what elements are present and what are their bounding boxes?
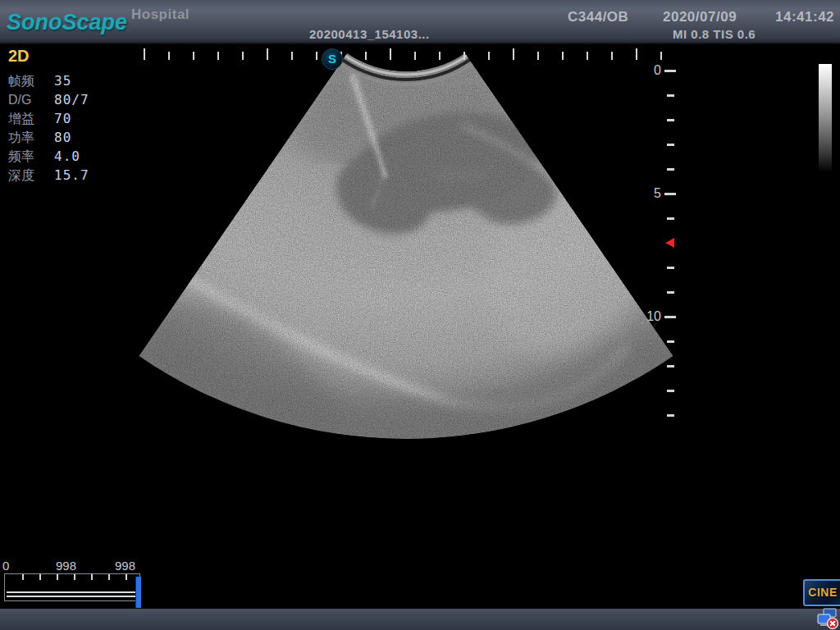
cine-position-cursor[interactable] — [135, 577, 141, 608]
hospital-name: Hospital — [131, 7, 189, 23]
system-time: 14:41:42 — [775, 9, 834, 25]
ruler-tick — [365, 52, 367, 60]
ruler-tick — [488, 52, 490, 60]
status-bar — [0, 609, 840, 630]
ruler-tick — [667, 414, 674, 417]
title-bar: SonoScape Hospital C344/OB 2020/07/09 14… — [0, 0, 840, 44]
ruler-tick — [513, 48, 514, 60]
ruler-tick — [22, 574, 24, 580]
ultrasound-screen: SonoScape Hospital C344/OB 2020/07/09 14… — [0, 0, 840, 630]
ruler-tick — [664, 193, 676, 195]
ruler-tick — [667, 217, 674, 220]
brand-logo: SonoScape — [7, 10, 127, 35]
exam-id: 20200413_154103... — [309, 27, 430, 41]
param-label: 帧频 — [8, 71, 54, 90]
ruler-tick — [667, 168, 674, 171]
ruler-tick — [57, 574, 58, 580]
param-label: 增益 — [8, 109, 54, 128]
param-value: 70 — [54, 109, 71, 128]
ruler-tick — [91, 574, 93, 580]
param-row-gain: 增益 70 — [8, 109, 131, 128]
ruler-tick — [168, 52, 170, 60]
param-row-frequency: 频率 4.0 — [8, 147, 131, 166]
param-label: 频率 — [8, 147, 54, 166]
ruler-tick — [611, 52, 613, 60]
param-row-frame-rate: 帧频 35 — [8, 71, 131, 90]
ruler-tick — [636, 48, 637, 60]
cine-track-line — [7, 596, 136, 597]
ruler-tick — [414, 52, 416, 60]
ruler-tick — [390, 48, 391, 60]
param-value: 80 — [54, 128, 71, 147]
param-row-power: 功率 80 — [8, 128, 131, 147]
ruler-tick — [667, 291, 674, 294]
ruler-tick — [217, 52, 219, 60]
param-value: 35 — [54, 71, 71, 90]
param-value: 80/7 — [54, 90, 89, 109]
cine-button[interactable]: CINE — [803, 579, 840, 606]
cine-start-frame: 0 — [2, 559, 9, 573]
ruler-tick — [439, 52, 441, 60]
ruler-tick — [537, 52, 539, 60]
ruler-tick — [242, 52, 244, 60]
param-label: D/G — [8, 90, 54, 109]
ruler-tick — [667, 390, 674, 392]
param-label: 深度 — [8, 166, 54, 185]
ruler-tick — [108, 574, 110, 580]
mode-label: 2D — [8, 47, 131, 66]
depth-label-5: 5 — [643, 186, 661, 201]
ruler-tick — [74, 574, 75, 580]
depth-label-0: 0 — [643, 63, 661, 78]
cine-current-frame: 998 — [56, 559, 76, 573]
param-row-dynamic-range: D/G 80/7 — [8, 90, 131, 109]
ruler-tick — [267, 48, 268, 60]
ruler-tick — [667, 267, 674, 269]
cine-track-line — [7, 591, 136, 593]
ruler-tick — [667, 365, 674, 368]
ruler-tick — [664, 316, 676, 318]
ruler-tick — [126, 574, 127, 580]
probe-preset: C344/OB — [568, 9, 628, 25]
ruler-tick — [664, 70, 676, 72]
ruler-tick — [667, 119, 674, 121]
focus-marker-icon[interactable] — [665, 238, 674, 248]
ruler-tick — [193, 52, 194, 60]
cine-total-frames: 998 — [115, 559, 135, 573]
param-label: 功率 — [8, 128, 54, 147]
probe-orientation-marker: S — [322, 48, 343, 70]
ruler-tick — [660, 52, 662, 60]
mi-tis-readout: MI 0.8 TIS 0.6 — [673, 27, 756, 41]
ruler-tick — [667, 144, 674, 146]
ruler-tick — [316, 52, 317, 60]
imaging-parameters-panel: 2D 帧频 35 D/G 80/7 增益 70 功率 80 频率 4.0 深度 … — [8, 47, 131, 185]
ruler-tick — [587, 52, 588, 60]
ruler-tick — [144, 48, 145, 60]
cine-progress-track[interactable] — [4, 573, 140, 601]
ruler-tick — [667, 340, 674, 343]
system-date: 2020/07/09 — [663, 9, 737, 25]
depth-label-10: 10 — [643, 309, 661, 324]
ruler-tick — [463, 52, 465, 60]
network-disconnected-icon[interactable] — [817, 608, 838, 629]
grayscale-map-bar — [819, 64, 832, 172]
param-value: 15.7 — [54, 166, 89, 185]
ruler-tick — [667, 94, 674, 97]
param-value: 4.0 — [54, 147, 80, 166]
ruler-tick — [39, 574, 41, 580]
param-row-depth: 深度 15.7 — [8, 166, 131, 185]
ruler-tick — [291, 52, 293, 60]
ruler-tick — [562, 52, 564, 60]
